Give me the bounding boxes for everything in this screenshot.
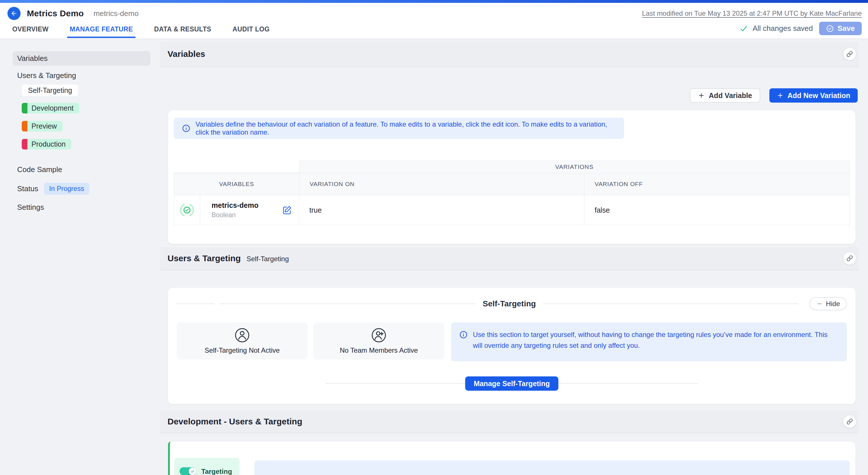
link-icon <box>846 255 853 261</box>
header-title-row: Metrics Demo metrics-demo Last modified … <box>7 3 862 22</box>
variable-type-icon-cell <box>174 195 200 225</box>
arrow-left-icon <box>10 10 18 17</box>
add-new-variation-label: Add New Variation <box>788 91 850 100</box>
page: Metrics Demo metrics-demo Last modified … <box>0 0 868 475</box>
env-label: Development <box>27 104 79 112</box>
variables-info-text: Variables define the behaviour of each v… <box>195 120 616 136</box>
column-header-variables: VARIABLES <box>174 173 299 195</box>
plus-icon <box>698 92 705 99</box>
self-targeting-info-banner: Use this section to target yourself, wit… <box>451 322 847 361</box>
variable-status-icon <box>180 202 194 218</box>
users-targeting-subheading: Self-Targeting <box>246 255 289 263</box>
tab-data-results[interactable]: DATA & RESULTS <box>152 22 214 39</box>
manage-self-targeting-row: Manage Self-Targeting <box>177 376 847 391</box>
divider <box>220 304 475 304</box>
sidebar-item-variables[interactable]: Variables <box>12 51 150 66</box>
self-targeting-status-row: Self-Targeting Not Active No Team Member… <box>177 322 847 361</box>
self-targeting-info-text: Use this section to target yourself, wit… <box>473 329 839 351</box>
manage-self-targeting-button[interactable]: Manage Self-Targeting <box>465 376 558 391</box>
sidebar-item-label: Code Sample <box>17 165 62 174</box>
sidebar-item-env-production[interactable]: Production <box>22 139 71 150</box>
variables-link-button[interactable] <box>843 48 856 60</box>
variables-card: Variables define the behaviour of each v… <box>168 110 856 244</box>
users-targeting-section-header: Users & Targeting Self-Targeting <box>160 247 859 271</box>
add-variable-label: Add Variable <box>709 91 752 100</box>
user-circle-icon <box>235 327 250 343</box>
development-heading: Development - Users & Targeting <box>167 417 302 426</box>
users-targeting-heading: Users & Targeting <box>167 254 241 263</box>
check-icon <box>739 24 748 33</box>
env-color-bar <box>22 121 27 131</box>
edit-icon <box>282 205 292 215</box>
sidebar-item-label: Variables <box>17 54 48 63</box>
sidebar-item-self-targeting[interactable]: Self-Targeting <box>22 85 78 96</box>
add-variable-button[interactable]: Add Variable <box>690 88 760 103</box>
variables-table: VARIATIONS VARIABLES VARIATION ON VARIAT… <box>174 161 850 225</box>
variable-name: metrics-demo <box>212 201 258 210</box>
user-plus-circle-icon <box>371 327 386 343</box>
self-targeting-title: Self-Targeting <box>483 299 536 308</box>
variables-section-header: Variables <box>160 42 859 67</box>
sidebar-item-users-targeting[interactable]: Users & Targeting <box>12 71 160 80</box>
tab-audit-log[interactable]: AUDIT LOG <box>230 22 272 39</box>
self-targeting-card: Self-Targeting Hide <box>168 288 856 404</box>
column-header-variation-off[interactable]: VARIATION OFF <box>584 173 850 195</box>
variables-info-banner: Variables define the behaviour of each v… <box>174 118 624 139</box>
save-button[interactable]: Save <box>819 22 862 35</box>
status-label: Status <box>12 184 38 193</box>
main-content: Variables Add Variable <box>160 39 859 472</box>
variable-name-cell: metrics-demo Boolean <box>200 195 299 225</box>
feature-slug: metrics-demo <box>93 9 138 18</box>
variation-on-value: true <box>299 195 584 225</box>
top-accent-bar <box>0 0 868 3</box>
variations-group-header: VARIATIONS <box>299 161 850 173</box>
divider <box>543 304 798 304</box>
targeting-toggle[interactable] <box>180 467 196 475</box>
variables-heading: Variables <box>167 49 205 59</box>
team-members-status-card: No Team Members Active <box>313 322 444 359</box>
sidebar-environment-list: Development Preview Production <box>12 103 160 157</box>
header-tabs-row: OVERVIEW MANAGE FEATURE DATA & RESULTS A… <box>7 22 862 39</box>
divider <box>177 304 214 304</box>
plus-icon <box>777 92 784 99</box>
sidebar-item-env-development[interactable]: Development <box>22 103 79 114</box>
development-section-header: Development - Users & Targeting <box>160 410 859 433</box>
targeting-toggle-label: Targeting ON <box>201 468 240 475</box>
env-label: Preview <box>27 122 63 130</box>
last-modified-text: Last modified on Tue May 13 2025 at 2:47… <box>642 9 862 18</box>
hide-button[interactable]: Hide <box>809 297 847 310</box>
edit-variable-button[interactable] <box>282 205 292 215</box>
env-color-bar <box>22 139 27 150</box>
users-targeting-link-button[interactable] <box>843 252 856 265</box>
development-link-button[interactable] <box>843 415 856 428</box>
back-button[interactable] <box>7 7 21 20</box>
status-badge: In Progress <box>44 183 90 195</box>
self-targeting-status-card: Self-Targeting Not Active <box>177 322 308 359</box>
sidebar: Variables Users & Targeting Self-Targeti… <box>0 39 160 472</box>
sidebar-item-label: Users & Targeting <box>17 71 76 80</box>
save-button-label: Save <box>837 24 855 33</box>
info-icon <box>459 330 468 339</box>
header: Metrics Demo metrics-demo Last modified … <box>0 3 868 39</box>
hide-button-label: Hide <box>826 300 840 308</box>
tab-manage-feature[interactable]: MANAGE FEATURE <box>67 22 135 39</box>
link-icon <box>846 418 853 425</box>
sidebar-item-label: Self-Targeting <box>28 86 72 95</box>
column-header-variation-on[interactable]: VARIATION ON <box>299 173 584 195</box>
toggle-knob <box>189 468 196 475</box>
team-members-status-label: No Team Members Active <box>340 346 418 354</box>
sidebar-item-label: Settings <box>17 203 44 212</box>
sidebar-item-code-sample[interactable]: Code Sample <box>12 165 160 174</box>
targeting-toggle-box: Targeting ON <box>174 458 240 475</box>
sidebar-item-settings[interactable]: Settings <box>12 202 160 212</box>
env-label: Production <box>27 140 71 148</box>
sidebar-item-status[interactable]: Status In Progress <box>12 183 160 195</box>
tab-overview[interactable]: OVERVIEW <box>10 22 51 39</box>
variables-actions-row: Add Variable Add New Variation <box>160 88 859 103</box>
page-title: Metrics Demo <box>27 8 84 18</box>
sidebar-item-env-preview[interactable]: Preview <box>22 121 63 131</box>
add-new-variation-button[interactable]: Add New Variation <box>769 88 858 103</box>
variation-off-value: false <box>584 195 850 225</box>
saved-status-text: All changes saved <box>752 24 813 33</box>
development-info-banner: Use targeting rules to configure who wil… <box>254 461 850 475</box>
